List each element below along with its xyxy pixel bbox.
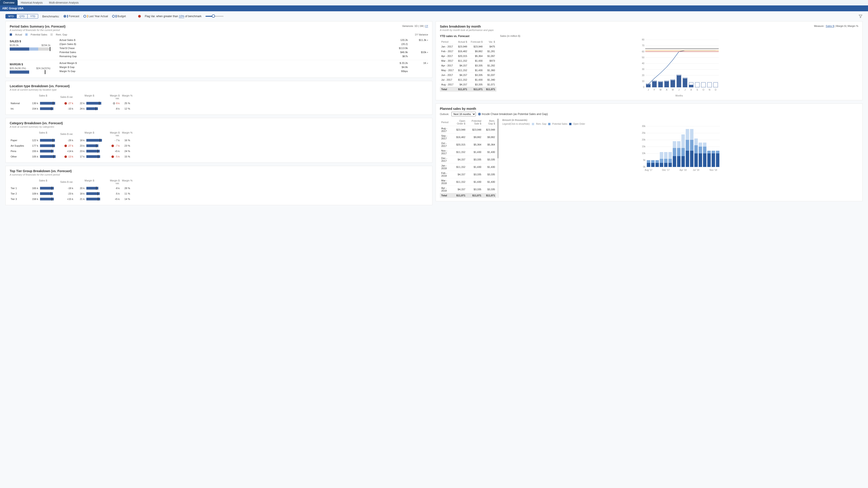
location-breakdown-card: Location type Breakdown (vs. Forecast)A …	[5, 81, 432, 115]
svg-text:J: J	[648, 89, 649, 91]
table-row: Jul - 2017$11,152$1,430$1,340	[440, 77, 496, 82]
svg-text:15k: 15k	[642, 145, 646, 148]
planned-scrollbar[interactable]	[497, 119, 499, 198]
svg-rect-67	[647, 163, 650, 167]
svg-rect-19	[646, 84, 651, 87]
table-row: Tier 1165 k-18 k20 k-8 k28 %	[10, 186, 428, 191]
measure-sales[interactable]: Sales $	[826, 25, 834, 28]
svg-text:M: M	[659, 89, 661, 91]
sales-section-label: SALES $	[10, 38, 59, 44]
outlook-select[interactable]: Next 18 months	[452, 112, 476, 116]
svg-text:70: 70	[642, 44, 645, 47]
table-row: National130 k-27 k22 k8 k25 %	[10, 101, 428, 106]
svg-text:40: 40	[642, 62, 645, 65]
svg-text:60: 60	[642, 51, 645, 53]
chart2-title: Amount (in thousands)	[502, 119, 858, 121]
table-row: Pens155 k+14 k23 k+5 k24 %	[10, 149, 428, 154]
svg-text:5k: 5k	[643, 159, 646, 161]
tab-multidim[interactable]: Multi-dimension Analysis	[46, 0, 82, 5]
svg-rect-94	[686, 151, 689, 167]
filter-icon[interactable]	[859, 14, 863, 18]
svg-rect-112	[712, 153, 715, 167]
margin-progress-bar	[10, 70, 51, 74]
svg-rect-25	[658, 82, 663, 87]
benchmark-budget[interactable]: Budget	[112, 15, 126, 18]
svg-rect-115	[716, 153, 719, 167]
svg-text:50: 50	[642, 56, 645, 59]
svg-rect-81	[664, 152, 668, 159]
tab-historical[interactable]: Historical Analysis	[18, 0, 46, 5]
flag-slider[interactable]	[206, 16, 223, 17]
planned-table: PeriodOpen Order $Potential Sale $Rem. G…	[440, 119, 496, 198]
tier-breakdown-card: Top Tier Group Breakdown (vs. Forecast)A…	[5, 166, 432, 205]
benchmark-forecast[interactable]: Forecast	[64, 15, 79, 18]
svg-text:Aug '17: Aug '17	[645, 169, 652, 171]
svg-rect-96	[686, 129, 689, 140]
svg-rect-95	[686, 140, 689, 151]
svg-rect-48	[713, 83, 718, 87]
top-tabs: Overview Historical Analysis Multi-dimen…	[0, 0, 868, 5]
svg-rect-31	[671, 80, 675, 88]
sales-progress-bar	[10, 47, 51, 51]
benchmarks-label: Benchmarks:	[42, 15, 59, 18]
svg-rect-28	[664, 81, 669, 87]
svg-rect-109	[707, 153, 711, 167]
monthly-sub: A month by month look at performance and…	[440, 29, 493, 31]
chart2-legend[interactable]: Legend(Click to show/hide): Rem. Gap Pot…	[502, 123, 858, 125]
table-row: Aug - 2017$4,157$3,335$1,071	[440, 82, 496, 87]
table-row: Nov - 2017$11,152$1,430$1,430	[440, 149, 496, 156]
sales-by-month-card: Sales breakdown by month A month by mont…	[436, 21, 863, 100]
svg-text:0k: 0k	[643, 166, 646, 168]
planned-title: Planned sales by month	[440, 107, 858, 110]
svg-text:Dec '17: Dec '17	[662, 169, 670, 171]
svg-rect-107	[703, 147, 706, 153]
category-breakdown-card: Category Breakdown (vs. Forecast)A look …	[5, 118, 432, 163]
table-row: Feb - 2018$4,157$3,335$3,335	[440, 171, 496, 178]
svg-rect-92	[681, 148, 685, 156]
table-row: May - 2017$11,152$1,430$1,360	[440, 68, 496, 73]
period-ytd[interactable]: YTD	[28, 14, 38, 18]
svg-rect-97	[690, 151, 693, 167]
svg-text:Apr '18: Apr '18	[680, 169, 687, 171]
filter-bar: MTD QTD YTD Benchmarks: Forecast Last Ye…	[0, 11, 868, 21]
table-row: Sep - 2017$16,482$9,882$9,882	[440, 133, 496, 141]
svg-rect-86	[673, 148, 676, 156]
svg-rect-103	[699, 153, 702, 167]
include-chase-radio[interactable]: Incude Chase breakdown (as Potential Sal…	[478, 112, 548, 116]
svg-rect-80	[664, 159, 668, 163]
svg-rect-104	[699, 147, 702, 153]
table-row: Jan - 2018$11,152$1,430$1,430	[440, 163, 496, 171]
svg-rect-70	[651, 163, 655, 167]
svg-text:M: M	[672, 89, 674, 91]
tab-overview[interactable]: Overview	[0, 0, 18, 5]
svg-rect-98	[690, 140, 693, 151]
svg-text:F: F	[654, 89, 655, 91]
svg-rect-108	[703, 142, 706, 147]
ytd-chart: 01020304050607080JFMAMJJASOND	[500, 39, 858, 93]
period-qtd[interactable]: QTD	[17, 14, 28, 18]
svg-text:O: O	[703, 89, 704, 91]
outlook-label: Outlook:	[440, 113, 449, 116]
svg-text:A: A	[666, 89, 668, 91]
measure-others[interactable]: | Margin $ | Margin %	[834, 25, 858, 27]
svg-rect-91	[681, 156, 685, 167]
svg-rect-22	[652, 81, 657, 87]
table-row: Other105 k-13 k17 k- 5 k15 %	[10, 154, 428, 159]
svg-rect-68	[647, 160, 650, 163]
svg-rect-46	[707, 83, 712, 87]
flag-threshold-link[interactable]: 10%	[179, 15, 184, 18]
svg-rect-44	[701, 83, 706, 87]
svg-text:25k: 25k	[642, 132, 646, 134]
variance-1d[interactable]: 1D | 1M |	[414, 25, 425, 27]
benchmark-lastyear[interactable]: Last Year Actual	[84, 15, 108, 18]
table-row: Mar - 2017$11,152$1,430$973	[440, 59, 496, 63]
table-row: Aug - 2017$23,948$23,948$23,948	[440, 126, 496, 133]
svg-text:Jul '18: Jul '18	[693, 169, 700, 171]
variance-1y[interactable]: 1Y	[425, 25, 428, 28]
svg-rect-83	[669, 159, 672, 163]
period-mtd[interactable]: MTD	[6, 14, 17, 18]
svg-text:J: J	[678, 89, 680, 91]
monthly-title: Sales breakdown by month	[440, 25, 493, 28]
svg-text:S: S	[696, 89, 698, 91]
table-row: Tier 3158 k+15 k21 k+5 k14 %	[10, 196, 428, 202]
